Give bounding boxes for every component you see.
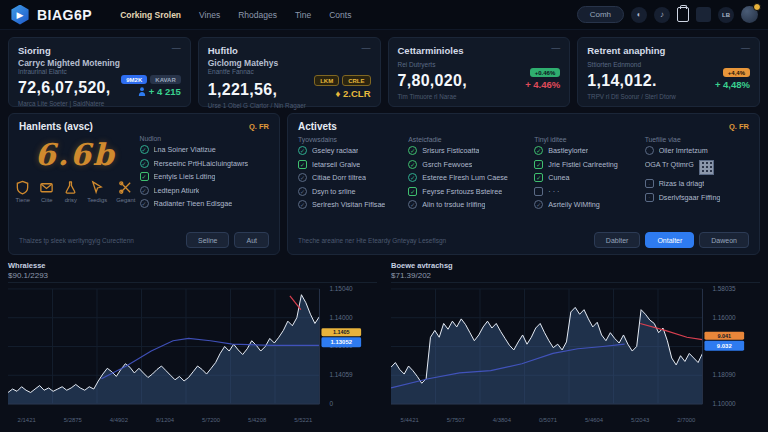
check-icon: ✓ [140,159,149,168]
seline-button[interactable]: Seline [186,232,229,248]
brand-logo[interactable]: ▶ BIAG6P [10,5,92,25]
status-badge: +0.46% [530,68,561,77]
avatar[interactable] [741,6,758,23]
card-label: Intraurinal Elantc [18,68,181,75]
check-icon: ✓ [298,146,307,155]
card-value: 7,80,020, [398,72,467,90]
check-icon: ✓ [534,160,543,169]
nav-item-conts[interactable]: Conts [329,10,351,20]
activity-column-4: Tuefilie vlae Oiler Imrtetzum OGA Tr Qti… [645,136,749,232]
list-item[interactable]: ✓ Ledtepn Atiurk [140,186,270,195]
stat-card-hufitlo: Hufitlo — Giclomg Matehys Enantfe Fannac… [198,37,381,107]
list-item[interactable]: ✓Srisurs Fistlcoatta [408,146,528,155]
list-item[interactable]: ✓ Rerseeinc PrtHLaicIuingtawrs [140,159,270,168]
column-header: Asteicfadie [408,136,528,143]
status-badge: KAVAR [150,75,180,84]
top-navbar: ▶ BIAG6P Corking Srolen Vines Rhodages T… [0,0,768,30]
column-header: Tyovwsdains [298,136,402,143]
list-item[interactable]: ✓Citiae Dorr tiltrea [298,173,402,182]
filter-control[interactable]: Q. FR [249,122,269,131]
check-icon: ✓ [408,160,417,169]
list-item[interactable]: ✓Serlresh Visitan Fiflsae [298,200,402,209]
daweon-button[interactable]: Daweon [699,232,749,248]
list-item[interactable]: ✓Alin to trsdue Irlifing [408,200,528,209]
placeholder-icon [534,187,543,196]
qr-list-item[interactable]: OGA Tr QtimrG [645,160,749,175]
price-chart[interactable]: 1.580351.160005.180001.180901.100005/442… [391,282,760,430]
chart-boewe-avtrachsg: Boewe avtrachsg $71.39/202 1.580351.1600… [391,261,760,430]
apps-icon[interactable] [696,7,711,22]
list-item[interactable]: ✓Dsyn to srline [298,187,402,196]
list-item[interactable]: ✓Esteree Flresh Lum Caese [408,173,528,182]
svg-text:1.58035: 1.58035 [712,285,736,292]
theme-icon[interactable]: ◐ [631,7,647,23]
cursor-icon [90,180,105,195]
panel-title: Activets [298,121,337,132]
minimize-icon[interactable]: — [172,45,181,51]
list-item[interactable]: ✓ Eentyis Lieis Ldting [140,172,270,181]
status-badge: 9M2K [121,75,147,84]
dablter-button[interactable]: Dablter [594,232,641,248]
tool-gegant[interactable]: Gegant [116,180,135,203]
clipboard-icon[interactable] [677,7,689,22]
highlights-panel: Hanlents (avsc) Q. FR 6.6b Tiene Ciite [8,113,280,255]
chart-title: Boewe avtrachsg [391,261,760,270]
list-item[interactable]: ✓ Lna Soiner Vlatizue [140,145,270,154]
stat-card-cettarminioles: Cettarminioles — Rei Dutryerts 7,80,020,… [388,37,571,107]
check-icon: · [645,193,654,202]
list-item[interactable]: ✓Ietarseil Gralve [298,160,402,169]
minimize-icon[interactable]: — [362,45,371,51]
ontalter-button[interactable]: Ontalter [645,232,694,248]
list-item[interactable]: ✓Jrie Fistlei Carlreeting [534,160,638,169]
svg-text:5/4604: 5/4604 [585,417,604,423]
card-footer: Marca Lite Soeter | SaidNatere [18,100,181,107]
scissors-icon [118,180,133,195]
nav-item-vines[interactable]: Vines [199,10,220,20]
chart-title: Whralesse [8,261,377,270]
list-item[interactable]: ✓Bastleylorter [534,146,638,155]
tool-ciite[interactable]: Ciite [39,180,54,203]
activity-column-2: Asteicfadie ✓Srisurs Fistlcoatta ✓Gsrch … [408,136,528,232]
stat-cards-row: Sioring — Carryc Mighted Motening Intrau… [0,30,768,107]
nav-item-rhodages[interactable]: Rhodages [238,10,277,20]
svg-text:1.15040: 1.15040 [329,285,353,292]
decorative-glyph: 6.6b [35,137,116,172]
minimize-icon[interactable]: — [741,45,750,51]
svg-text:1.14059: 1.14059 [329,371,353,378]
minimize-icon[interactable]: — [551,45,560,51]
filter-control[interactable]: Q. FR [729,122,749,131]
svg-text:2/1421: 2/1421 [18,417,37,423]
activity-column-1: Tyovwsdains ✓Gseley raclaar ✓Ietarseil G… [298,136,402,232]
svg-text:5/2043: 5/2043 [631,417,650,423]
list-item[interactable]: ·Rizas la drlagt [645,179,749,188]
check-icon: ✓ [534,146,543,155]
list-item[interactable]: ✓Asrteily WiMfing [534,200,638,209]
list-item[interactable]: ✓Feyrse Fsrtouzs Bsteiree [408,187,528,196]
svg-text:4/3804: 4/3804 [493,417,512,423]
svg-text:5/5221: 5/5221 [294,417,313,423]
list-item[interactable]: ✓Cunea [534,173,638,182]
list-item[interactable]: ✓ Radianter Tieen Edlsgae [140,199,270,208]
nav-item-corking-srolen[interactable]: Corking Srolen [120,10,181,20]
nav-item-tine[interactable]: Tine [295,10,311,20]
card-value: 72,6,07,520, [18,79,111,97]
search-button[interactable]: Comh [577,6,624,23]
list-item[interactable]: ✓Gseley raclaar [298,146,402,155]
price-chart[interactable]: 1.150401.140001.050001.1405902/14215/287… [8,282,377,430]
svg-text:9.032: 9.032 [717,343,733,349]
list-item[interactable]: · · · [534,187,638,196]
check-icon: ✓ [140,145,149,154]
tool-drisy[interactable]: drisy [63,180,78,203]
list-item[interactable]: ✓Gsrch Fewvoes [408,160,528,169]
profile-initials[interactable]: LB [718,7,734,23]
check-icon: · [645,179,654,188]
svg-text:4/4902: 4/4902 [110,417,128,423]
mail-icon [39,180,54,195]
list-item[interactable]: Oiler Imrtetzum [645,146,749,155]
tool-teedigs[interactable]: Teedigs [87,180,107,203]
tool-tiene[interactable]: Tiene [15,180,30,203]
notifications-icon[interactable]: ♪ [654,7,670,23]
list-item[interactable]: ·Dserlvfsgaar Fiffing [645,193,749,202]
aut-button[interactable]: Aut [234,232,269,248]
notification-badge [753,3,761,11]
